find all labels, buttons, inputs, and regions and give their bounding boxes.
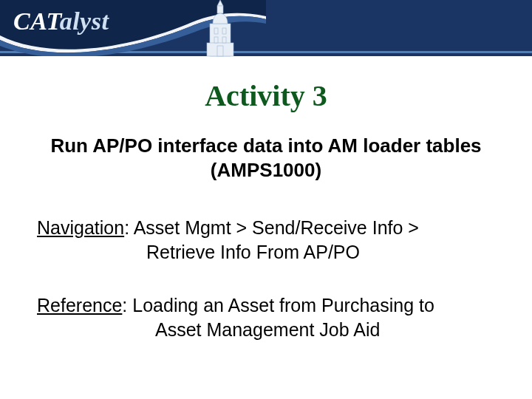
navigation-line-1: Asset Mgmt > Send/Receive Info >: [134, 217, 419, 238]
svg-rect-7: [222, 37, 226, 43]
content-area: Activity 3 Run AP/PO interface data into…: [0, 56, 532, 341]
navigation-line-2: Retrieve Info From AP/PO: [37, 240, 495, 265]
navigation-label: Navigation: [37, 217, 124, 238]
brand-suffix: alyst: [60, 7, 109, 35]
header-banner: CATalyst: [0, 0, 532, 56]
reference-line-1: Loading an Asset from Purchasing to: [132, 295, 434, 316]
brand-logo: CATalyst: [13, 7, 109, 35]
reference-label: Reference: [37, 295, 122, 316]
subtitle-line-2: (AMPS1000): [211, 159, 321, 181]
svg-rect-3: [217, 6, 223, 13]
building-icon: [198, 0, 242, 58]
svg-marker-2: [217, 0, 223, 6]
slide: CATalyst Activity 3: [0, 0, 532, 399]
svg-rect-6: [214, 37, 218, 43]
svg-rect-4: [214, 28, 218, 34]
navigation-block: Navigation: Asset Mgmt > Send/Receive In…: [37, 216, 495, 264]
slide-subtitle: Run AP/PO interface data into AM loader …: [30, 134, 502, 182]
reference-block: Reference: Loading an Asset from Purchas…: [37, 293, 495, 341]
brand-prefix: CAT: [13, 7, 60, 35]
svg-rect-5: [222, 28, 226, 34]
reference-line-2: Asset Management Job Aid: [37, 318, 495, 342]
slide-title: Activity 3: [30, 78, 502, 113]
navigation-colon: :: [124, 217, 134, 238]
subtitle-line-1: Run AP/PO interface data into AM loader …: [50, 134, 481, 157]
reference-colon: :: [122, 295, 132, 316]
svg-rect-8: [217, 46, 223, 56]
